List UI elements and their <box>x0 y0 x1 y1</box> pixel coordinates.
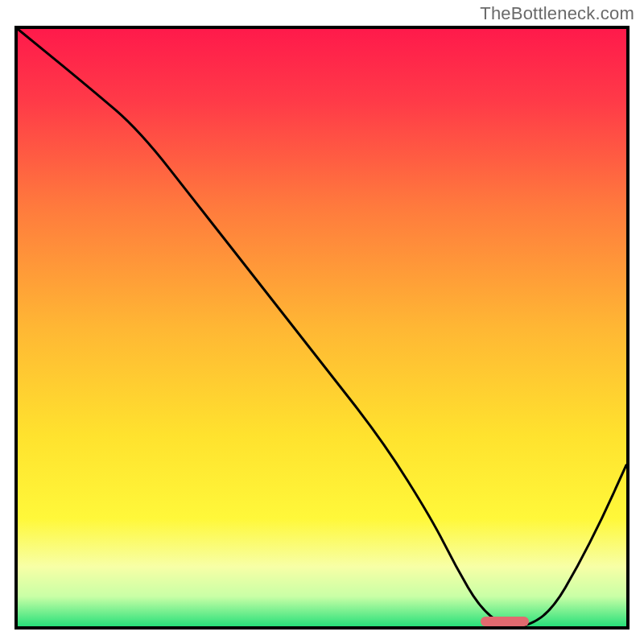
plot-area <box>14 26 630 630</box>
chart-container: TheBottleneck.com <box>0 0 644 644</box>
optimal-range-marker <box>481 617 529 626</box>
bottleneck-curve <box>18 29 626 626</box>
watermark-text: TheBottleneck.com <box>480 3 634 24</box>
